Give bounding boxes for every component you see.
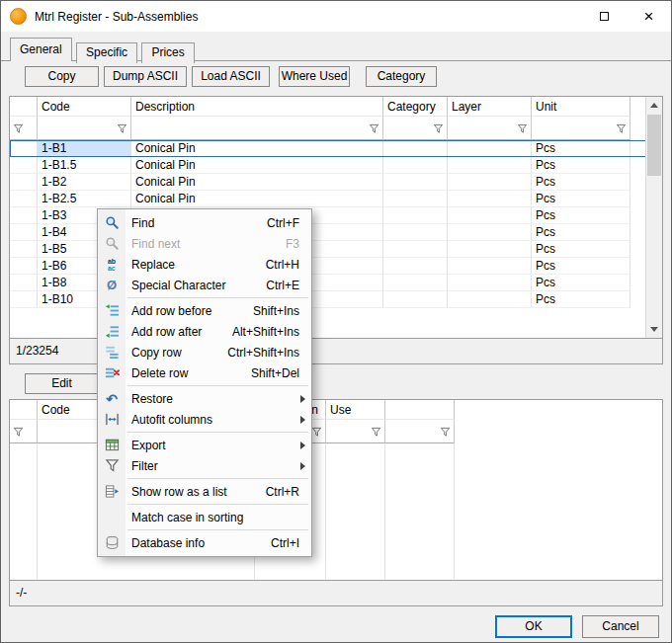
cell-layer[interactable]: [448, 191, 532, 207]
column-header-use[interactable]: Use: [326, 400, 385, 420]
menu-item-special-character[interactable]: Ø Special Character Ctrl+E: [98, 275, 311, 295]
menu-item-find[interactable]: Find Ctrl+F: [98, 212, 311, 233]
cell-description[interactable]: Conical Pin: [131, 157, 383, 174]
row-header-cell[interactable]: [10, 291, 38, 308]
filter-funnel-icon[interactable]: [13, 123, 24, 134]
cell-unit[interactable]: Pcs: [532, 224, 630, 241]
cell-unit[interactable]: Pcs: [532, 258, 630, 275]
row-header-cell[interactable]: [10, 157, 38, 174]
table-row[interactable]: 1-B2 Conical Pin Pcs: [10, 174, 662, 191]
scroll-up-button[interactable]: [646, 97, 662, 114]
column-header-unit[interactable]: Unit: [532, 97, 630, 117]
cell-category[interactable]: [383, 157, 448, 174]
menu-item-show-row-as-list[interactable]: Show row as a list Ctrl+R: [98, 481, 311, 502]
filter-funnel-icon[interactable]: [433, 123, 444, 134]
cell-category[interactable]: [383, 140, 448, 157]
maximize-button[interactable]: [582, 1, 627, 32]
menu-item-export[interactable]: Export: [98, 435, 311, 455]
cell-code[interactable]: 1-B2.5: [38, 191, 131, 207]
filter-funnel-icon[interactable]: [13, 427, 24, 438]
row-header-cell[interactable]: [10, 140, 38, 157]
row-header-cell[interactable]: [10, 174, 38, 191]
cell-unit[interactable]: Pcs: [532, 291, 630, 308]
load-ascii-button[interactable]: Load ASCII: [192, 66, 270, 87]
cell-unit[interactable]: Pcs: [532, 207, 630, 224]
cell-unit[interactable]: Pcs: [532, 275, 630, 291]
cell-category[interactable]: [383, 275, 448, 291]
cell-unit[interactable]: Pcs: [532, 191, 630, 207]
cell-category[interactable]: [383, 191, 448, 207]
menu-item-database-info[interactable]: Database info Ctrl+I: [98, 532, 311, 553]
cell-layer[interactable]: [448, 140, 532, 157]
row-header-cell[interactable]: [10, 258, 38, 275]
cell-category[interactable]: [383, 291, 448, 308]
column-header-code[interactable]: Code: [38, 97, 131, 117]
row-header-cell[interactable]: [10, 191, 38, 207]
row-header-cell[interactable]: [10, 207, 38, 224]
cell-category[interactable]: [383, 207, 448, 224]
scroll-down-button[interactable]: [646, 321, 662, 338]
menu-item-add-row-after[interactable]: Add row after Alt+Shift+Ins: [98, 321, 311, 342]
edit-button[interactable]: Edit: [25, 373, 99, 394]
copy-button[interactable]: Copy: [25, 66, 99, 87]
cell-layer[interactable]: [448, 207, 532, 224]
cell-layer[interactable]: [448, 258, 532, 275]
filter-funnel-icon[interactable]: [616, 123, 627, 134]
tab-specific[interactable]: Specific: [76, 42, 137, 63]
filter-funnel-icon[interactable]: [369, 123, 379, 134]
tab-prices[interactable]: Prices: [141, 42, 194, 63]
column-header-description[interactable]: Description: [131, 97, 383, 117]
menu-item-copy-row[interactable]: Copy row Ctrl+Shift+Ins: [98, 342, 311, 362]
column-header-category[interactable]: Category: [383, 97, 448, 117]
menu-item-label: Filter: [131, 459, 158, 473]
cell-layer[interactable]: [448, 224, 532, 241]
cell-description[interactable]: Conical Pin: [131, 140, 383, 157]
vertical-scrollbar[interactable]: [645, 97, 662, 338]
menu-item-delete-row[interactable]: Delete row Shift+Del: [98, 362, 311, 383]
cell-layer[interactable]: [448, 157, 532, 174]
filter-funnel-icon[interactable]: [440, 427, 451, 438]
cell-code[interactable]: 1-B1: [38, 140, 131, 157]
ok-button[interactable]: OK: [495, 615, 572, 638]
cell-category[interactable]: [383, 224, 448, 241]
cell-description[interactable]: Conical Pin: [131, 191, 383, 207]
menu-item-replace[interactable]: abac Replace Ctrl+H: [98, 254, 311, 275]
where-used-button[interactable]: Where Used: [279, 66, 350, 87]
table-row[interactable]: 1-B1.5 Conical Pin Pcs: [10, 157, 662, 174]
cell-code[interactable]: 1-B2: [38, 174, 131, 191]
cell-unit[interactable]: Pcs: [532, 174, 630, 191]
filter-funnel-icon[interactable]: [117, 123, 127, 134]
menu-item-filter[interactable]: Filter: [98, 455, 311, 476]
cell-unit[interactable]: Pcs: [532, 241, 630, 258]
cell-layer[interactable]: [448, 291, 532, 308]
menu-item-match-case-in-sorting[interactable]: Match case in sorting: [98, 507, 311, 527]
cell-category[interactable]: [383, 241, 448, 258]
cell-description[interactable]: Conical Pin: [131, 174, 383, 191]
menu-item-add-row-before[interactable]: Add row before Shift+Ins: [98, 300, 311, 321]
cell-category[interactable]: [383, 174, 448, 191]
filter-funnel-icon[interactable]: [517, 123, 528, 134]
table-row[interactable]: 1-B1 Conical Pin Pcs: [10, 140, 662, 157]
column-header-layer[interactable]: Layer: [448, 97, 532, 117]
dump-ascii-button[interactable]: Dump ASCII: [104, 66, 187, 87]
cell-unit[interactable]: Pcs: [532, 157, 630, 174]
cell-code[interactable]: 1-B1.5: [38, 157, 131, 174]
row-header-cell[interactable]: [10, 224, 38, 241]
cell-layer[interactable]: [448, 275, 532, 291]
cell-category[interactable]: [383, 258, 448, 275]
cell-layer[interactable]: [448, 241, 532, 258]
category-button[interactable]: Category: [366, 66, 437, 87]
row-header-cell[interactable]: [10, 275, 38, 291]
cell-unit[interactable]: Pcs: [532, 140, 630, 157]
row-header-cell[interactable]: [10, 241, 38, 258]
scrollbar-thumb[interactable]: [647, 115, 661, 176]
cancel-button[interactable]: Cancel: [582, 615, 659, 638]
filter-funnel-icon[interactable]: [311, 427, 322, 438]
filter-funnel-icon[interactable]: [371, 427, 381, 438]
table-row[interactable]: 1-B2.5 Conical Pin Pcs: [10, 191, 662, 207]
cell-layer[interactable]: [448, 174, 532, 191]
menu-item-restore[interactable]: ↶ Restore: [98, 388, 311, 409]
menu-item-autofit-columns[interactable]: Autofit columns: [98, 409, 311, 430]
tab-general[interactable]: General: [10, 38, 72, 61]
close-button[interactable]: ×: [627, 1, 671, 32]
